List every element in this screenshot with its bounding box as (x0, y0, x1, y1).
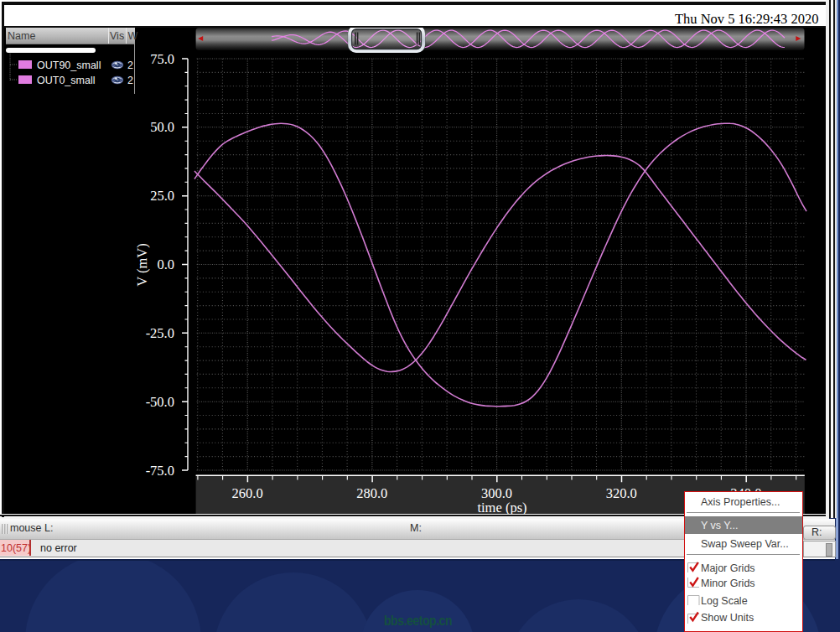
svg-text:-75.0: -75.0 (146, 463, 174, 479)
svg-text:75.0: 75.0 (150, 51, 174, 67)
svg-text:V (mV): V (mV) (135, 243, 150, 286)
svg-text:-25.0: -25.0 (146, 325, 174, 341)
svg-text:320.0: 320.0 (606, 485, 637, 501)
svg-text:25.0: 25.0 (150, 188, 174, 204)
svg-text:50.0: 50.0 (150, 119, 174, 135)
svg-text:260.0: 260.0 (232, 485, 263, 501)
svg-text:0.0: 0.0 (157, 256, 174, 272)
svg-text:time (ps): time (ps) (477, 500, 526, 514)
svg-text:-50.0: -50.0 (146, 394, 174, 410)
svg-text:280.0: 280.0 (356, 485, 387, 501)
